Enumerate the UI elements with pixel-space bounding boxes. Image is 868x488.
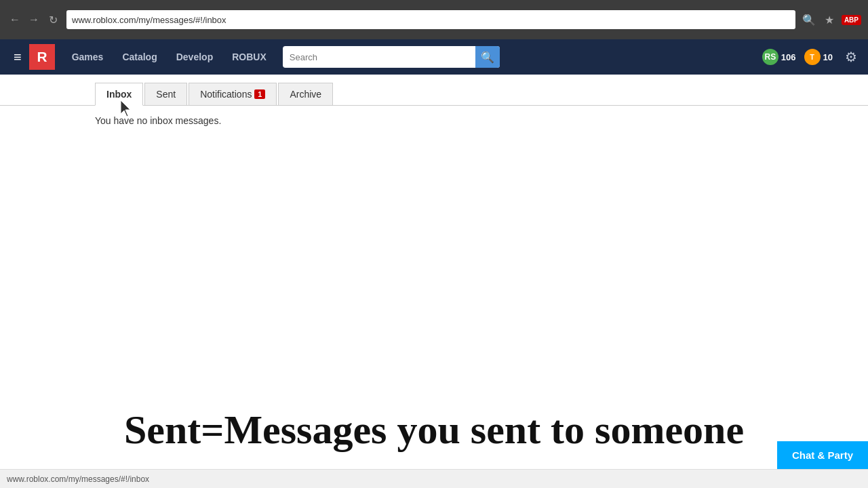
search-input[interactable] (283, 46, 500, 68)
settings-button[interactable]: ⚙ (841, 47, 861, 67)
bookmark-button[interactable]: ★ (821, 12, 837, 28)
tab-sent[interactable]: Sent (144, 83, 187, 105)
no-messages-text: You have no inbox messages. (95, 115, 773, 126)
notifications-badge: 1 (254, 89, 265, 99)
tab-notifications[interactable]: Notifications 1 (189, 83, 277, 105)
tab-inbox-label: Inbox (106, 89, 132, 100)
browser-nav-buttons: ← → ↻ (7, 12, 61, 28)
tab-inbox[interactable]: Inbox (95, 83, 143, 106)
tab-notifications-label: Notifications (200, 89, 252, 100)
nav-catalog[interactable]: Catalog (113, 39, 166, 75)
hamburger-button[interactable]: ≡ (7, 49, 28, 65)
tabs-container: Inbox Sent Notifications 1 Archive (0, 75, 868, 106)
browser-search-button[interactable]: 🔍 (801, 12, 817, 28)
chat-party-button[interactable]: Chat & Party (777, 441, 868, 469)
roblox-logo[interactable]: R (28, 43, 56, 70)
forward-button[interactable]: → (26, 12, 42, 28)
nav-right: RS 106 T 10 ⚙ (762, 47, 861, 67)
browser-actions: 🔍 ★ ABP (801, 12, 861, 28)
status-url: www.roblox.com/my/messages/#!/inbox (7, 474, 149, 484)
address-bar[interactable] (66, 10, 795, 29)
svg-text:R: R (37, 49, 47, 64)
search-container: 🔍 (283, 46, 500, 68)
nav-robux[interactable]: ROBUX (222, 39, 276, 75)
annotation-text: Sent=Messages you sent to someone (0, 407, 868, 453)
search-icon: 🔍 (481, 51, 494, 64)
status-bar: www.roblox.com/my/messages/#!/inbox (0, 469, 868, 488)
browser-chrome: ← → ↻ 🔍 ★ ABP (0, 0, 868, 39)
tickets-icon: T (804, 49, 821, 65)
robux-count: 106 (781, 52, 796, 62)
messages-area: You have no inbox messages. (0, 106, 868, 136)
search-button[interactable]: 🔍 (475, 46, 500, 68)
tab-archive-label: Archive (290, 89, 321, 100)
robux-icon: RS (762, 49, 778, 65)
nav-develop[interactable]: Develop (167, 39, 222, 75)
tab-sent-label: Sent (156, 89, 176, 100)
tab-archive[interactable]: Archive (278, 83, 333, 105)
nav-links: Games Catalog Develop ROBUX (62, 39, 276, 75)
abp-badge[interactable]: ABP (842, 15, 861, 25)
back-button[interactable]: ← (7, 12, 23, 28)
nav-games[interactable]: Games (62, 39, 113, 75)
roblox-navbar: ≡ R Games Catalog Develop ROBUX 🔍 RS 106… (0, 39, 868, 75)
tickets-count: 10 (823, 52, 833, 62)
refresh-button[interactable]: ↻ (45, 12, 61, 28)
tickets-display[interactable]: T 10 (804, 49, 833, 65)
robux-display[interactable]: RS 106 (762, 49, 796, 65)
